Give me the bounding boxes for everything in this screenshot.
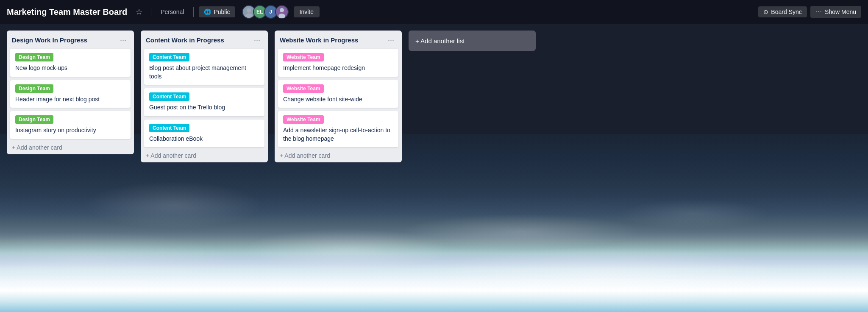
header-right: ⊙ Board Sync ··· Show Menu	[758, 6, 861, 18]
avatars-group: EL J	[242, 5, 289, 19]
star-button[interactable]: ☆	[132, 6, 146, 18]
list-header: Design Work In Progress···	[7, 31, 134, 49]
board-sync-button[interactable]: ⊙ Board Sync	[758, 6, 807, 17]
personal-button[interactable]: Personal	[156, 6, 188, 17]
card-title: Collaboration eBook	[149, 135, 259, 143]
svg-point-0	[246, 8, 251, 13]
card-card-4[interactable]: Content TeamBlog post about project mana…	[144, 49, 264, 85]
card-title: Header image for next blog post	[15, 95, 125, 104]
list-list-1: Design Work In Progress···Design TeamNew…	[7, 31, 134, 154]
svg-point-2	[280, 8, 284, 12]
list-menu-button[interactable]: ···	[385, 35, 397, 45]
add-card-button[interactable]: + Add another card	[275, 149, 402, 162]
list-cards: Website TeamImplement homepage redesignW…	[275, 49, 402, 147]
add-card-button[interactable]: + Add another card	[7, 141, 134, 154]
card-label: Website Team	[283, 115, 324, 124]
board-area: Design Work In Progress···Design TeamNew…	[0, 24, 868, 169]
invite-button[interactable]: Invite	[294, 6, 320, 17]
card-card-9[interactable]: Website TeamAdd a newsletter sign-up cal…	[278, 111, 398, 147]
add-card-button[interactable]: + Add another card	[141, 149, 268, 162]
show-menu-button[interactable]: ··· Show Menu	[810, 6, 861, 18]
list-menu-button[interactable]: ···	[117, 35, 129, 45]
card-label: Content Team	[149, 124, 189, 132]
card-label: Design Team	[15, 84, 53, 93]
list-menu-button[interactable]: ···	[251, 35, 263, 45]
card-label: Design Team	[15, 115, 53, 124]
add-list-button[interactable]: + Add another list	[409, 31, 536, 51]
card-title: Add a newsletter sign-up call-to-action …	[283, 126, 393, 143]
header-divider-2	[193, 7, 194, 17]
card-card-6[interactable]: Content TeamCollaboration eBook	[144, 120, 264, 148]
avatar-3	[275, 5, 289, 19]
card-label: Website Team	[283, 53, 324, 61]
card-title: Instagram story on productivity	[15, 126, 125, 135]
card-title: Implement homepage redesign	[283, 64, 393, 72]
header: Marketing Team Master Board ☆ Personal 🌐…	[0, 0, 868, 24]
list-header: Content Work in Progress···	[141, 31, 268, 49]
card-card-8[interactable]: Website TeamChange website font site-wid…	[278, 80, 398, 108]
card-card-1[interactable]: Design TeamNew logo mock-ups	[10, 49, 131, 77]
card-card-3[interactable]: Design TeamInstagram story on productivi…	[10, 111, 131, 139]
globe-icon: 🌐	[204, 8, 211, 15]
card-card-5[interactable]: Content TeamGuest post on the Trello blo…	[144, 88, 264, 116]
card-label: Website Team	[283, 84, 324, 93]
list-cards: Design TeamNew logo mock-upsDesign TeamH…	[7, 49, 134, 139]
list-title: Content Work in Progress	[146, 36, 224, 44]
svg-point-1	[245, 14, 253, 19]
board-title: Marketing Team Master Board	[7, 7, 127, 17]
list-title: Website Work in Progress	[280, 36, 358, 44]
show-menu-label: Show Menu	[825, 8, 856, 15]
card-label: Design Team	[15, 53, 53, 61]
card-label: Content Team	[149, 92, 189, 101]
card-title: Change website font site-wide	[283, 95, 393, 104]
svg-point-3	[278, 14, 285, 18]
card-title: New logo mock-ups	[15, 64, 125, 72]
board-sync-label: Board Sync	[771, 8, 801, 15]
list-list-2: Content Work in Progress···Content TeamB…	[141, 31, 268, 162]
card-label: Content Team	[149, 53, 189, 61]
list-header: Website Work in Progress···	[275, 31, 402, 49]
ellipsis-icon: ···	[815, 8, 822, 16]
list-list-3: Website Work in Progress···Website TeamI…	[275, 31, 402, 162]
card-card-2[interactable]: Design TeamHeader image for next blog po…	[10, 80, 131, 108]
public-label: Public	[214, 8, 230, 15]
card-title: Guest post on the Trello blog	[149, 103, 259, 112]
card-card-7[interactable]: Website TeamImplement homepage redesign	[278, 49, 398, 77]
public-button[interactable]: 🌐 Public	[199, 6, 235, 17]
list-title: Design Work In Progress	[12, 36, 87, 44]
list-cards: Content TeamBlog post about project mana…	[141, 49, 268, 147]
header-divider	[151, 7, 151, 17]
card-title: Blog post about project management tools	[149, 64, 259, 81]
sync-icon: ⊙	[763, 8, 768, 15]
